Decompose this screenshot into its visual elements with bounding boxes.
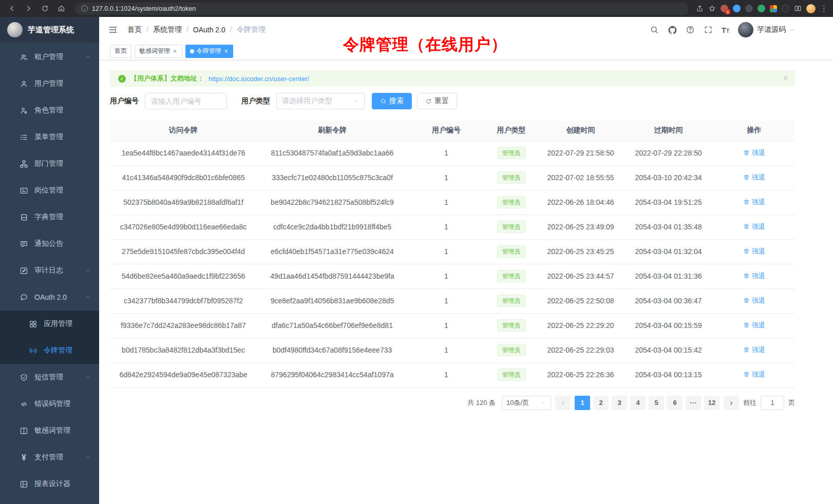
sidebar-item-notice[interactable]: 通知公告: [0, 230, 99, 257]
menu-list-icon: [20, 133, 28, 142]
action-cell: 强退: [713, 190, 795, 215]
user-type-badge: 管理员: [497, 369, 526, 381]
extension-icon[interactable]: [758, 5, 765, 12]
page-button[interactable]: ···: [686, 396, 701, 410]
extension-icon[interactable]: 0: [721, 5, 728, 12]
tab-close-icon[interactable]: ×: [173, 48, 178, 54]
sidebar-item-report-designer[interactable]: 报表设计器: [0, 471, 99, 497]
sidebar-item-role[interactable]: 角色管理: [0, 97, 99, 124]
sidebar-item-dict[interactable]: 字典管理: [0, 204, 99, 230]
page-button[interactable]: 2: [593, 396, 609, 410]
force-logout-button[interactable]: 强退: [743, 173, 765, 182]
page-button[interactable]: 5: [649, 396, 664, 410]
refresh-icon: [425, 98, 432, 105]
create-time-cell: 2022-06-25 23:49:09: [538, 215, 623, 239]
tab-sensitive-word[interactable]: 敏感词管理 ×: [135, 45, 182, 58]
goto-page-input[interactable]: [761, 396, 784, 410]
goto-label: 前往: [743, 398, 756, 408]
table-row: c347026e805e4d99b0d116eae66eda8c cdfc4ce…: [110, 215, 795, 239]
sidebar-item-oauth2[interactable]: OAuth 2.0: [0, 284, 99, 311]
sidebar-item-sms[interactable]: 短信管理: [0, 364, 99, 391]
reset-button[interactable]: 重置: [417, 93, 457, 109]
page-list: 1 2 3 4 5 6 ··· 12: [575, 396, 720, 410]
browser-menu-icon[interactable]: ⋮: [820, 5, 828, 12]
tab-token-management[interactable]: 令牌管理 ×: [185, 45, 234, 58]
tab-home[interactable]: 首页: [110, 45, 131, 58]
sidebar-item-token-management[interactable]: 令牌管理: [0, 337, 99, 364]
back-icon[interactable]: [5, 3, 18, 15]
user-type-cell: 管理员: [485, 264, 538, 288]
sidebar-item-menu[interactable]: 菜单管理: [0, 124, 99, 150]
fullscreen-icon[interactable]: [704, 25, 713, 34]
page-button[interactable]: 1: [575, 396, 590, 410]
tab-close-icon[interactable]: ×: [224, 48, 229, 54]
app-logo[interactable]: 芋道管理系统: [0, 17, 99, 43]
page-button[interactable]: 6: [667, 396, 683, 410]
forward-icon[interactable]: [22, 3, 35, 15]
force-logout-button[interactable]: 强退: [743, 296, 765, 305]
user-type-cell: 管理员: [485, 239, 538, 264]
force-logout-button[interactable]: 强退: [743, 321, 765, 330]
user-id-input[interactable]: [145, 93, 227, 109]
breadcrumb-oauth2[interactable]: OAuth 2.0: [182, 26, 225, 34]
split-view-icon[interactable]: [794, 5, 802, 12]
col-user-type: 用户类型: [485, 121, 538, 141]
sidebar-item-tenant[interactable]: 租户管理: [0, 44, 99, 70]
force-logout-button[interactable]: 强退: [743, 148, 765, 158]
sidebar-item-user[interactable]: 用户管理: [0, 70, 99, 97]
search-icon[interactable]: [650, 25, 659, 34]
trash-icon: [743, 149, 750, 156]
share-icon[interactable]: [696, 5, 704, 12]
expire-time-cell: 2054-03-10 20:42:34: [623, 165, 713, 190]
sidebar-item-post[interactable]: 岗位管理: [0, 177, 99, 204]
action-cell: 强退: [713, 165, 795, 190]
help-icon[interactable]: [686, 25, 695, 34]
next-page-button[interactable]: ›: [724, 396, 739, 410]
browser-profile-avatar[interactable]: [806, 4, 816, 13]
total-count: 共 120 条: [467, 398, 496, 408]
alert-close-icon[interactable]: ×: [783, 74, 788, 83]
refresh-token-cell: cdfc4ce9c2da4bb1bdf21b9918ff4be5: [257, 215, 408, 239]
breadcrumb-system[interactable]: 系统管理: [142, 25, 182, 34]
search-button[interactable]: 搜索: [372, 93, 412, 109]
reload-icon[interactable]: [38, 3, 51, 15]
bookmark-star-icon[interactable]: [708, 5, 716, 12]
sidebar-item-error-code[interactable]: 错误码管理: [0, 391, 99, 417]
prev-page-button[interactable]: ‹: [555, 396, 571, 410]
sidebar-item-audit-log[interactable]: 审计日志: [0, 257, 99, 284]
extension-icon[interactable]: [782, 5, 789, 12]
force-logout-button[interactable]: 强退: [743, 247, 765, 256]
page-button[interactable]: 4: [630, 396, 646, 410]
user-menu[interactable]: 芋道源码: [738, 22, 795, 37]
force-logout-label: 强退: [752, 321, 765, 330]
user-type-select[interactable]: 请选择用户类型: [276, 93, 365, 109]
page-button[interactable]: 12: [704, 396, 720, 410]
force-logout-button[interactable]: 强退: [743, 345, 765, 355]
refresh-token-cell: e6cfd40eb1f54571a31e775e039c4624: [257, 239, 408, 264]
site-info-icon[interactable]: i: [81, 5, 88, 12]
page-button[interactable]: 3: [612, 396, 627, 410]
sidebar-toggle-icon[interactable]: [108, 25, 118, 35]
user-type-cell: 管理员: [485, 338, 538, 362]
extension-icon[interactable]: [733, 5, 741, 12]
github-icon[interactable]: [668, 25, 677, 34]
force-logout-button[interactable]: 强退: [743, 370, 765, 379]
extension-icon[interactable]: [745, 5, 753, 12]
expire-time-cell: 2054-03-04 00:13:15: [623, 362, 713, 387]
home-icon[interactable]: [54, 3, 68, 15]
expire-time-cell: 2022-07-29 22:28:50: [623, 141, 713, 165]
extensions-puzzle-icon[interactable]: [770, 5, 777, 12]
doc-link[interactable]: https://doc.iocoder.cn/user-center/: [209, 75, 309, 83]
force-logout-button[interactable]: 强退: [743, 222, 765, 231]
font-size-icon[interactable]: TT: [722, 26, 729, 34]
force-logout-button[interactable]: 强退: [743, 272, 765, 281]
sidebar-item-sensitive-word[interactable]: 敏感词管理: [0, 417, 99, 444]
sidebar-item-dept[interactable]: 部门管理: [0, 150, 99, 177]
sidebar-item-payment[interactable]: ¥ 支付管理: [0, 444, 99, 471]
sidebar-item-app-management[interactable]: 应用管理: [0, 311, 99, 337]
breadcrumb-home[interactable]: 首页: [127, 25, 142, 34]
create-time-cell: 2022-06-25 22:29:03: [538, 338, 623, 362]
page-size-select[interactable]: 10条/页: [502, 396, 551, 410]
address-bar[interactable]: i 127.0.0.1:1024/system/oauth2/token: [75, 3, 689, 15]
force-logout-button[interactable]: 强退: [743, 198, 765, 207]
